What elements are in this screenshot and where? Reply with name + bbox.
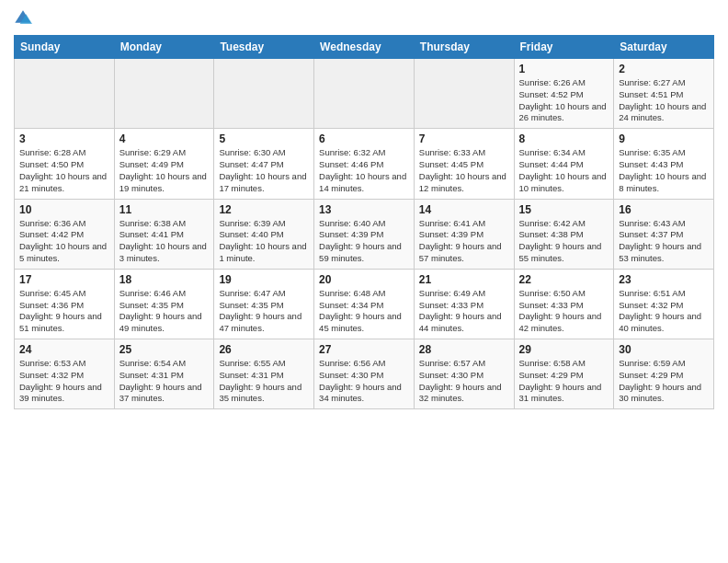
calendar-cell: 6Sunrise: 6:32 AM Sunset: 4:46 PM Daylig…	[314, 129, 415, 199]
day-number: 16	[619, 203, 709, 216]
calendar-cell: 9Sunrise: 6:35 AM Sunset: 4:43 PM Daylig…	[614, 129, 714, 199]
calendar-cell: 29Sunrise: 6:58 AM Sunset: 4:29 PM Dayli…	[514, 339, 614, 409]
calendar-cell: 15Sunrise: 6:42 AM Sunset: 4:38 PM Dayli…	[514, 199, 614, 269]
day-number: 5	[219, 132, 309, 145]
day-info: Sunrise: 6:53 AM Sunset: 4:32 PM Dayligh…	[19, 358, 109, 405]
calendar-cell: 26Sunrise: 6:55 AM Sunset: 4:31 PM Dayli…	[214, 339, 314, 409]
calendar-cell	[214, 59, 314, 129]
day-info: Sunrise: 6:43 AM Sunset: 4:37 PM Dayligh…	[619, 218, 709, 265]
calendar-cell: 13Sunrise: 6:40 AM Sunset: 4:39 PM Dayli…	[314, 199, 415, 269]
day-number: 15	[519, 203, 609, 216]
day-number: 10	[19, 203, 109, 216]
calendar-cell: 19Sunrise: 6:47 AM Sunset: 4:35 PM Dayli…	[214, 269, 314, 339]
day-info: Sunrise: 6:36 AM Sunset: 4:42 PM Dayligh…	[19, 218, 109, 265]
day-info: Sunrise: 6:40 AM Sunset: 4:39 PM Dayligh…	[319, 218, 409, 265]
col-header-saturday: Saturday	[614, 36, 714, 59]
calendar-cell	[414, 59, 514, 129]
calendar-cell: 2Sunrise: 6:27 AM Sunset: 4:51 PM Daylig…	[614, 59, 714, 129]
calendar-cell: 1Sunrise: 6:26 AM Sunset: 4:52 PM Daylig…	[514, 59, 614, 129]
calendar-cell: 3Sunrise: 6:28 AM Sunset: 4:50 PM Daylig…	[15, 129, 115, 199]
calendar-week-2: 10Sunrise: 6:36 AM Sunset: 4:42 PM Dayli…	[15, 199, 714, 269]
day-info: Sunrise: 6:33 AM Sunset: 4:45 PM Dayligh…	[419, 147, 509, 194]
day-info: Sunrise: 6:27 AM Sunset: 4:51 PM Dayligh…	[619, 77, 709, 124]
calendar-cell: 28Sunrise: 6:57 AM Sunset: 4:30 PM Dayli…	[414, 339, 514, 409]
calendar-cell: 11Sunrise: 6:38 AM Sunset: 4:41 PM Dayli…	[114, 199, 214, 269]
day-info: Sunrise: 6:58 AM Sunset: 4:29 PM Dayligh…	[519, 358, 609, 405]
day-info: Sunrise: 6:56 AM Sunset: 4:30 PM Dayligh…	[319, 358, 409, 405]
calendar-cell: 30Sunrise: 6:59 AM Sunset: 4:29 PM Dayli…	[614, 339, 714, 409]
day-number: 17	[19, 273, 109, 286]
day-number: 20	[319, 273, 409, 286]
day-info: Sunrise: 6:38 AM Sunset: 4:41 PM Dayligh…	[119, 218, 210, 265]
calendar-cell: 8Sunrise: 6:34 AM Sunset: 4:44 PM Daylig…	[514, 129, 614, 199]
calendar-cell: 14Sunrise: 6:41 AM Sunset: 4:39 PM Dayli…	[414, 199, 514, 269]
day-number: 1	[519, 63, 609, 75]
day-info: Sunrise: 6:32 AM Sunset: 4:46 PM Dayligh…	[319, 147, 409, 194]
day-info: Sunrise: 6:41 AM Sunset: 4:39 PM Dayligh…	[419, 218, 509, 265]
day-info: Sunrise: 6:51 AM Sunset: 4:32 PM Dayligh…	[619, 288, 709, 335]
col-header-sunday: Sunday	[15, 36, 115, 59]
day-info: Sunrise: 6:55 AM Sunset: 4:31 PM Dayligh…	[219, 358, 309, 405]
day-number: 4	[119, 132, 210, 145]
calendar-week-0: 1Sunrise: 6:26 AM Sunset: 4:52 PM Daylig…	[15, 59, 714, 129]
day-number: 29	[519, 343, 609, 356]
day-info: Sunrise: 6:29 AM Sunset: 4:49 PM Dayligh…	[119, 147, 210, 194]
calendar-cell: 25Sunrise: 6:54 AM Sunset: 4:31 PM Dayli…	[114, 339, 214, 409]
day-number: 6	[319, 132, 409, 145]
day-info: Sunrise: 6:57 AM Sunset: 4:30 PM Dayligh…	[419, 358, 509, 405]
day-info: Sunrise: 6:50 AM Sunset: 4:33 PM Dayligh…	[519, 288, 609, 335]
day-number: 24	[19, 343, 109, 356]
day-number: 23	[619, 273, 709, 286]
day-info: Sunrise: 6:59 AM Sunset: 4:29 PM Dayligh…	[619, 358, 709, 405]
calendar-cell: 10Sunrise: 6:36 AM Sunset: 4:42 PM Dayli…	[15, 199, 115, 269]
calendar-cell	[15, 59, 115, 129]
calendar-cell: 12Sunrise: 6:39 AM Sunset: 4:40 PM Dayli…	[214, 199, 314, 269]
col-header-friday: Friday	[514, 36, 614, 59]
calendar-cell	[314, 59, 415, 129]
day-info: Sunrise: 6:35 AM Sunset: 4:43 PM Dayligh…	[619, 147, 709, 194]
day-number: 21	[419, 273, 509, 286]
day-number: 28	[419, 343, 509, 356]
day-number: 9	[619, 132, 709, 145]
calendar-page: SundayMondayTuesdayWednesdayThursdayFrid…	[0, 0, 728, 563]
day-number: 13	[319, 203, 409, 216]
day-number: 14	[419, 203, 509, 216]
calendar-cell	[114, 59, 214, 129]
calendar-cell: 5Sunrise: 6:30 AM Sunset: 4:47 PM Daylig…	[214, 129, 314, 199]
day-number: 27	[319, 343, 409, 356]
day-info: Sunrise: 6:47 AM Sunset: 4:35 PM Dayligh…	[219, 288, 309, 335]
day-number: 12	[219, 203, 309, 216]
day-info: Sunrise: 6:26 AM Sunset: 4:52 PM Dayligh…	[519, 77, 609, 124]
day-info: Sunrise: 6:46 AM Sunset: 4:35 PM Dayligh…	[119, 288, 210, 335]
calendar-cell: 20Sunrise: 6:48 AM Sunset: 4:34 PM Dayli…	[314, 269, 415, 339]
calendar-cell: 17Sunrise: 6:45 AM Sunset: 4:36 PM Dayli…	[15, 269, 115, 339]
col-header-tuesday: Tuesday	[214, 36, 314, 59]
calendar-cell: 4Sunrise: 6:29 AM Sunset: 4:49 PM Daylig…	[114, 129, 214, 199]
calendar-cell: 24Sunrise: 6:53 AM Sunset: 4:32 PM Dayli…	[15, 339, 115, 409]
day-info: Sunrise: 6:30 AM Sunset: 4:47 PM Dayligh…	[219, 147, 309, 194]
calendar-cell: 21Sunrise: 6:49 AM Sunset: 4:33 PM Dayli…	[414, 269, 514, 339]
calendar-week-1: 3Sunrise: 6:28 AM Sunset: 4:50 PM Daylig…	[15, 129, 714, 199]
col-header-wednesday: Wednesday	[314, 36, 415, 59]
calendar-cell: 23Sunrise: 6:51 AM Sunset: 4:32 PM Dayli…	[614, 269, 714, 339]
day-number: 26	[219, 343, 309, 356]
calendar-header-row: SundayMondayTuesdayWednesdayThursdayFrid…	[15, 36, 714, 59]
day-info: Sunrise: 6:54 AM Sunset: 4:31 PM Dayligh…	[119, 358, 210, 405]
day-info: Sunrise: 6:34 AM Sunset: 4:44 PM Dayligh…	[519, 147, 609, 194]
col-header-monday: Monday	[114, 36, 214, 59]
calendar-cell: 18Sunrise: 6:46 AM Sunset: 4:35 PM Dayli…	[114, 269, 214, 339]
day-info: Sunrise: 6:42 AM Sunset: 4:38 PM Dayligh…	[519, 218, 609, 265]
col-header-thursday: Thursday	[414, 36, 514, 59]
day-number: 8	[519, 132, 609, 145]
day-number: 25	[119, 343, 210, 356]
day-info: Sunrise: 6:49 AM Sunset: 4:33 PM Dayligh…	[419, 288, 509, 335]
logo-icon	[14, 9, 32, 28]
day-number: 7	[419, 132, 509, 145]
calendar-cell: 27Sunrise: 6:56 AM Sunset: 4:30 PM Dayli…	[314, 339, 415, 409]
day-number: 3	[19, 132, 109, 145]
header	[14, 9, 714, 28]
day-number: 22	[519, 273, 609, 286]
calendar-week-3: 17Sunrise: 6:45 AM Sunset: 4:36 PM Dayli…	[15, 269, 714, 339]
day-info: Sunrise: 6:45 AM Sunset: 4:36 PM Dayligh…	[19, 288, 109, 335]
day-number: 30	[619, 343, 709, 356]
